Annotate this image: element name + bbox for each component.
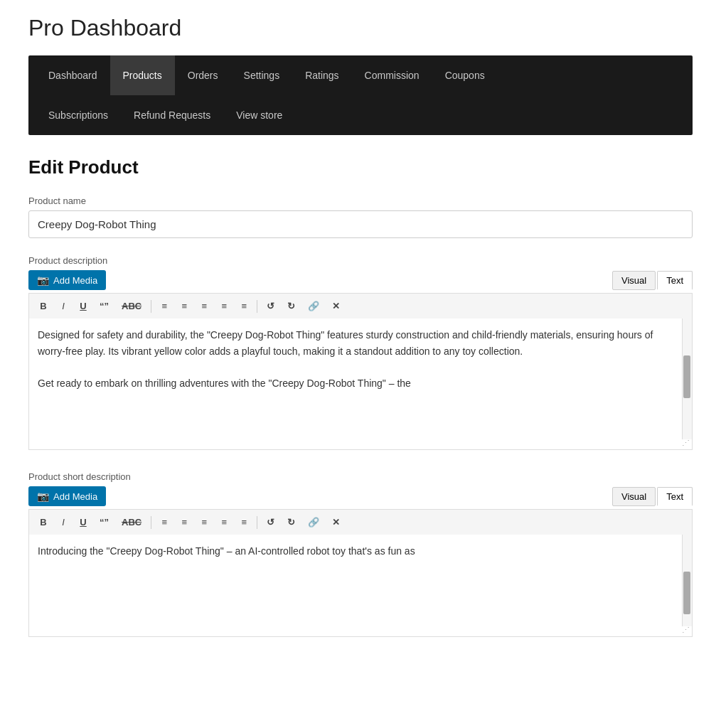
underline-button-desc[interactable]: U (75, 298, 92, 314)
add-media-icon: 📷 (37, 274, 49, 286)
undo-button-desc[interactable]: ↺ (262, 298, 279, 314)
nav-item-refund-requests[interactable]: Refund Requests (121, 95, 223, 135)
align-left-button-desc[interactable]: ≡ (196, 298, 213, 314)
nav-item-products[interactable]: Products (110, 55, 175, 95)
short-desc-sep-1 (151, 516, 151, 529)
align-center-button-short-desc[interactable]: ≡ (215, 514, 233, 530)
page-title: Pro Dashboard (28, 14, 693, 41)
nav-item-coupons[interactable]: Coupons (432, 55, 498, 95)
add-media-label: Add Media (53, 275, 97, 286)
product-name-input[interactable] (28, 210, 693, 238)
nav-item-dashboard[interactable]: Dashboard (36, 55, 110, 95)
fullscreen-button-short-desc[interactable]: ✕ (327, 514, 345, 530)
navigation-bar: Dashboard Products Orders Settings Ratin… (28, 55, 693, 135)
toolbar-sep-2 (257, 300, 257, 313)
nav-row-2: Subscriptions Refund Requests View store (36, 95, 685, 135)
nav-row-1: Dashboard Products Orders Settings Ratin… (36, 55, 685, 95)
align-left-button-short-desc[interactable]: ≡ (196, 514, 213, 530)
product-description-label: Product description (28, 255, 693, 266)
ordered-list-button-short-desc[interactable]: ≡ (176, 514, 193, 530)
description-editor-topbar: 📷 Add Media Visual Text (28, 270, 693, 290)
add-media-button-short-desc[interactable]: 📷 Add Media (28, 486, 106, 506)
ordered-list-button-desc[interactable]: ≡ (176, 298, 193, 314)
product-short-description-label: Product short description (28, 471, 693, 482)
visual-tab-short-desc[interactable]: Visual (612, 487, 656, 506)
align-right-button-desc[interactable]: ≡ (235, 298, 252, 314)
description-editor-content: Designed for safety and durability, the … (28, 318, 693, 450)
redo-button-short-desc[interactable]: ↻ (282, 514, 300, 530)
short-desc-editor-tabs: Visual Text (612, 487, 693, 506)
description-scrollbar[interactable] (682, 318, 692, 439)
strikethrough-button-desc[interactable]: ABC (117, 298, 146, 314)
visual-tab-desc[interactable]: Visual (612, 271, 656, 290)
italic-button-desc[interactable]: I (55, 298, 72, 314)
short-description-editor-content: Introducing the "Creepy Dog-Robot Thing"… (28, 535, 693, 637)
blockquote-button-desc[interactable]: “” (95, 298, 114, 314)
unordered-list-button-desc[interactable]: ≡ (156, 298, 173, 314)
short-desc-scrollbar-thumb (683, 572, 690, 614)
nav-item-subscriptions[interactable]: Subscriptions (36, 95, 121, 135)
text-tab-short-desc[interactable]: Text (657, 487, 693, 506)
align-center-button-desc[interactable]: ≡ (215, 298, 233, 314)
nav-item-orders[interactable]: Orders (175, 55, 231, 95)
nav-item-commission[interactable]: Commission (352, 55, 432, 95)
product-description-section: Product description 📷 Add Media Visual T… (28, 255, 693, 450)
edit-product-heading: Edit Product (28, 156, 693, 178)
text-tab-desc[interactable]: Text (657, 271, 693, 290)
nav-item-view-store[interactable]: View store (223, 95, 295, 135)
description-textarea[interactable]: Designed for safety and durability, the … (29, 318, 682, 447)
nav-item-ratings[interactable]: Ratings (292, 55, 351, 95)
strikethrough-button-short-desc[interactable]: ABC (117, 514, 146, 530)
add-media-button-desc[interactable]: 📷 Add Media (28, 270, 106, 290)
short-desc-resize-handle[interactable]: ⋰ (680, 625, 690, 635)
align-right-button-short-desc[interactable]: ≡ (235, 514, 252, 530)
italic-button-short-desc[interactable]: I (55, 514, 72, 530)
description-scrollbar-thumb (683, 355, 690, 398)
blockquote-button-short-desc[interactable]: “” (95, 514, 114, 530)
add-media-label-2: Add Media (53, 491, 97, 502)
description-editor-tabs: Visual Text (612, 271, 693, 290)
fullscreen-button-desc[interactable]: ✕ (327, 298, 345, 314)
product-short-description-section: Product short description 📷 Add Media Vi… (28, 471, 693, 637)
short-desc-toolbar: B I U “” ABC ≡ ≡ ≡ ≡ ≡ ↺ ↻ 🔗 ✕ (28, 509, 693, 535)
toolbar-sep-1 (151, 300, 151, 313)
add-media-icon-2: 📷 (37, 491, 49, 502)
undo-button-short-desc[interactable]: ↺ (262, 514, 279, 530)
link-button-desc[interactable]: 🔗 (303, 298, 324, 314)
underline-button-short-desc[interactable]: U (75, 514, 92, 530)
redo-button-desc[interactable]: ↻ (282, 298, 300, 314)
nav-item-settings[interactable]: Settings (231, 55, 293, 95)
description-resize-handle[interactable]: ⋰ (680, 438, 690, 448)
bold-button-desc[interactable]: B (35, 298, 52, 314)
short-desc-editor-topbar: 📷 Add Media Visual Text (28, 486, 693, 506)
description-toolbar: B I U “” ABC ≡ ≡ ≡ ≡ ≡ ↺ ↻ 🔗 ✕ (28, 293, 693, 318)
short-desc-sep-2 (257, 516, 257, 529)
short-desc-scrollbar[interactable] (682, 535, 692, 626)
bold-button-short-desc[interactable]: B (35, 514, 52, 530)
short-description-textarea[interactable]: Introducing the "Creepy Dog-Robot Thing"… (29, 535, 682, 634)
link-button-short-desc[interactable]: 🔗 (303, 514, 324, 530)
product-name-label: Product name (28, 196, 693, 206)
unordered-list-button-short-desc[interactable]: ≡ (156, 514, 173, 530)
